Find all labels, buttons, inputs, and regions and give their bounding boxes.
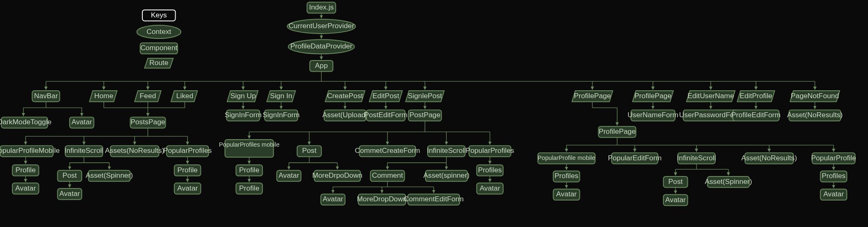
node-popularprofile3: PopularProfile	[811, 153, 856, 164]
node-app: App	[310, 60, 333, 72]
node-profiles1: Profiles	[477, 165, 503, 176]
legend-route-label: Route	[149, 58, 169, 67]
legend-keys: Keys	[142, 10, 176, 21]
node-assetupload: Asset(Upload)	[323, 110, 368, 121]
node-populareditform-label: PopularEditForm	[608, 154, 661, 162]
node-avatar1: Avatar	[70, 117, 94, 128]
legend-component: Component	[140, 43, 178, 54]
node-popularprofilemobile3: PopularProfile mobile	[538, 153, 595, 164]
legend-context: Context	[137, 25, 181, 39]
node-assetspinner3: Asset(Spinner)	[705, 176, 752, 188]
node-avatar8: Avatar	[553, 189, 580, 200]
node-moredropdown2-label: MoreDropDown	[357, 195, 407, 203]
node-avatar9-label: Avatar	[665, 196, 686, 204]
node-index-label: Index.js	[309, 3, 333, 11]
node-profilepage1: ProfilePage	[572, 91, 613, 102]
node-signinform2: SignInForm	[263, 110, 300, 121]
node-avatar4-label: Avatar	[177, 184, 198, 192]
node-postspage: PostsPage	[130, 117, 166, 128]
node-commentcreateform: CommetCreateForm	[355, 146, 420, 157]
node-popularprofiles1-label: PopularProfiles	[163, 146, 212, 155]
legend-keys-label: Keys	[151, 11, 167, 19]
node-popularprofile3-label: PopularProfile	[811, 154, 856, 162]
node-assetnoresults3-label: Asset(NoResults)	[741, 154, 797, 162]
legend-component-label: Component	[140, 43, 177, 52]
node-signup-label: Sign Up	[230, 92, 256, 100]
node-home: Home	[90, 91, 117, 102]
node-signup: Sign Up	[227, 91, 258, 102]
node-avatar6: Avatar	[477, 183, 503, 194]
node-avatar5: Avatar	[277, 170, 301, 181]
node-profile2: Profile	[174, 165, 201, 176]
node-avatar5-label: Avatar	[279, 171, 299, 179]
node-signinform1-label: SignInForm	[225, 111, 262, 119]
node-profile4-label: Profile	[239, 184, 259, 192]
node-assetnoresults1-label: Asset(NoResults)	[787, 111, 843, 119]
node-liked-label: Liked	[176, 92, 193, 100]
node-editprofile: EditProfile	[737, 91, 775, 102]
node-postpage: PostPage	[408, 110, 442, 121]
node-profile1-label: Profile	[15, 166, 36, 174]
node-editpost-label: EditPost	[372, 92, 399, 100]
node-avatar3: Avatar	[58, 188, 82, 200]
node-darkmode: DarkModeToggle	[0, 117, 51, 128]
node-singlepost: SignlePost	[406, 91, 444, 102]
node-singlepost-label: SignlePost	[408, 92, 442, 100]
node-signin: Sign In	[267, 91, 296, 102]
node-createpost: CreatePost	[325, 91, 365, 102]
node-profilepage3-label: ProfilePage	[599, 127, 636, 135]
node-moredropdown1: MoreDrpoDown	[312, 170, 362, 181]
node-usernameform-label: UserNameForm	[628, 111, 679, 119]
node-navbar-label: NavBar	[34, 92, 58, 100]
node-popularprofiles2-label: PopularProfiles	[466, 146, 514, 155]
node-infinitescroll1-label: InfiniteScroll	[64, 146, 103, 155]
legend-context-label: Context	[147, 27, 171, 36]
node-popularprofilemobile: PopularProfileMobile	[0, 146, 60, 157]
node-popularprofiles1: PopularProfiles	[163, 146, 212, 157]
node-profiles3: Profiles	[820, 171, 847, 182]
node-infinitescroll3: InfiniteScroll	[677, 153, 716, 164]
node-pagenotfound-label: PageNotFound	[791, 92, 839, 100]
node-infinitescroll2: InfiniteScroll	[427, 146, 466, 157]
node-assetnoresults1: Asset(NoResults)	[787, 110, 843, 121]
node-avatar7: Avatar	[321, 194, 345, 205]
node-createpost-label: CreatePost	[327, 92, 363, 100]
node-profiles2: Profiles	[553, 171, 580, 182]
node-commentcreateform-label: CommetCreateForm	[355, 146, 420, 155]
node-postspage-label: PostsPage	[131, 118, 165, 126]
node-comment: Comment	[370, 170, 404, 181]
node-profile2-label: Profile	[177, 166, 198, 174]
node-liked: Liked	[171, 91, 198, 102]
node-signin-label: Sign In	[270, 92, 292, 100]
node-avatar8-label: Avatar	[556, 190, 577, 198]
node-posteditform: PostEditForm	[364, 110, 407, 121]
node-editusername-label: EditUserName	[687, 92, 734, 100]
node-post3: Post	[663, 176, 687, 188]
node-navbar: NavBar	[32, 91, 60, 102]
node-avatar3-label: Avatar	[59, 189, 80, 198]
node-profileeditform-label: ProfileEditForm	[731, 111, 781, 119]
node-profile3-label: Profile	[239, 166, 259, 174]
node-assetupload-label: Asset(Upload)	[323, 111, 368, 119]
node-avatar1-label: Avatar	[71, 118, 92, 126]
node-avatar2-label: Avatar	[15, 184, 36, 192]
node-post1-label: Post	[63, 171, 77, 179]
node-profiles2-label: Profiles	[555, 171, 578, 180]
node-usernameform: UserNameForm	[628, 110, 679, 121]
node-post1: Post	[58, 170, 82, 181]
node-avatar10: Avatar	[820, 189, 847, 200]
node-post2-label: Post	[302, 146, 317, 155]
node-commenteditform: CommentEditForm	[404, 194, 464, 205]
node-pdp: ProfileDataProvider	[289, 40, 355, 54]
node-profileeditform: ProfileEditForm	[731, 110, 781, 121]
node-avatar2: Avatar	[12, 183, 39, 194]
node-populareditform: PopularEditForm	[608, 153, 661, 164]
node-avatar9: Avatar	[663, 195, 687, 206]
node-feed: Feed	[134, 91, 161, 102]
node-editpost: EditPost	[369, 91, 403, 102]
node-moredropdown1-label: MoreDrpoDown	[312, 171, 362, 179]
node-assetspinner1: Asset(Spinner)	[86, 170, 133, 181]
node-index: Index.js	[307, 2, 336, 13]
node-profile1: Profile	[12, 165, 39, 176]
node-assetspinner1-label: Asset(Spinner)	[86, 171, 133, 179]
